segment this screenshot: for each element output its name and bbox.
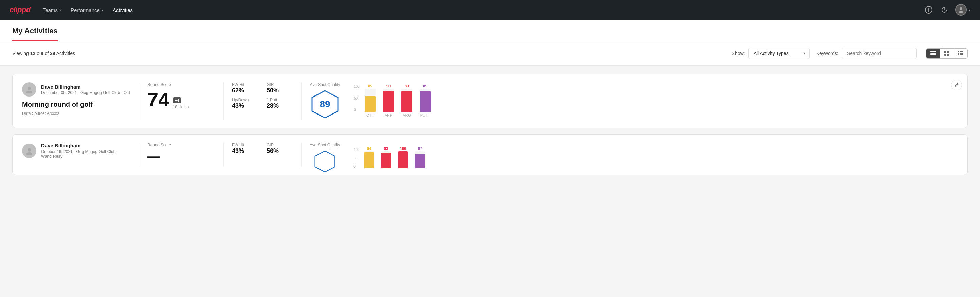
holes-text: 18 Holes (173, 105, 189, 109)
card-divider (139, 82, 139, 120)
gir-label: GIR (267, 143, 293, 147)
bar-wrapper-putt (420, 89, 431, 112)
score-badge: +4 (173, 97, 181, 103)
bar-value-ott: 85 (368, 84, 372, 88)
list-detailed-view-button[interactable] (954, 49, 967, 59)
bar-wrapper-app (381, 151, 391, 168)
navbar-right: ▾ (924, 4, 970, 16)
activity-type-select[interactable]: All Activity Types (748, 48, 810, 59)
nav-performance[interactable]: Performance ▾ (71, 5, 103, 16)
keywords-label: Keywords: (816, 51, 838, 56)
page-header: My Activities (0, 20, 980, 42)
search-input[interactable] (842, 48, 916, 59)
viewing-count: 12 (30, 51, 36, 56)
user-row: Dave Billingham December 05, 2021 - Gog … (22, 82, 131, 96)
svg-rect-16 (958, 54, 959, 55)
logo: clippd (10, 5, 30, 14)
refresh-icon[interactable] (940, 5, 949, 14)
bar-value-ott: 94 (367, 147, 371, 150)
add-icon[interactable] (924, 5, 934, 14)
avatar (22, 144, 37, 158)
bar-fill-app (381, 153, 391, 169)
svg-point-18 (27, 87, 31, 90)
stats-grid: FW Hit 62% GIR 50% Up/Down 43% 1 Putt 28… (232, 82, 293, 109)
fw-hit-stat: FW Hit 43% (232, 143, 258, 155)
hexagon-shape (313, 150, 337, 173)
nav-teams[interactable]: Teams ▾ (43, 5, 61, 16)
nav-activities-label: Activities (113, 7, 133, 13)
show-filter: Show: All Activity Types (732, 48, 810, 59)
user-date: December 05, 2021 - Gog Magog Golf Club … (41, 90, 130, 95)
page-title: My Activities (12, 27, 58, 41)
card-divider (139, 143, 139, 166)
x-axis: OTT APP ARG PUTT (354, 113, 958, 117)
round-score-value: 74 (147, 90, 169, 109)
user-avatar-nav[interactable]: ▾ (955, 4, 970, 16)
oneputt-stat: 1 Putt 28% (267, 97, 293, 109)
fw-hit-value: 43% (232, 147, 258, 155)
data-source: Data Source: Arccos (22, 111, 131, 116)
bar-ott: 94 (364, 147, 374, 168)
y-axis: 100 50 0 (354, 85, 360, 112)
user-info: Dave Billingham October 16, 2021 - Gog M… (41, 143, 131, 159)
svg-rect-11 (947, 54, 949, 56)
gir-stat: GIR 56% (267, 143, 293, 155)
bar-value-app: 93 (384, 147, 388, 150)
svg-rect-13 (959, 51, 963, 52)
svg-rect-10 (944, 54, 947, 56)
user-date: October 16, 2021 - Gog Magog Golf Club -… (41, 149, 131, 159)
nav-activities[interactable]: Activities (113, 5, 133, 16)
stats-section: FW Hit 43% GIR 56% (232, 143, 293, 155)
stats-grid: FW Hit 43% GIR 56% (232, 143, 293, 155)
card-divider (223, 82, 224, 120)
quality-score: 89 (320, 99, 330, 110)
y-label-100: 100 (354, 85, 360, 88)
viewing-info: Viewing 12 out of 29 Activities (12, 51, 725, 56)
user-info: Dave Billingham December 05, 2021 - Gog … (41, 84, 130, 95)
bar-fill-putt (415, 153, 425, 169)
avatar (955, 4, 967, 16)
svg-point-23 (26, 152, 32, 155)
svg-point-3 (959, 8, 963, 10)
card-left: Dave Billingham December 05, 2021 - Gog … (22, 82, 131, 116)
updown-label: Up/Down (232, 97, 258, 102)
svg-rect-7 (931, 54, 936, 55)
bar-fill-ott (364, 152, 374, 168)
oneputt-value: 28% (267, 102, 293, 109)
bar-fill-ott (365, 96, 375, 112)
bar-wrapper-ott (364, 151, 374, 168)
bar-value-arg: 89 (405, 84, 409, 88)
grid-view-button[interactable] (940, 49, 954, 59)
x-label-arg: ARG (401, 113, 412, 117)
avatar (22, 82, 37, 96)
nav-teams-label: Teams (43, 7, 58, 13)
quality-label: Avg Shot Quality (310, 143, 340, 147)
fw-hit-label: FW Hit (232, 143, 258, 147)
y-label-50: 50 (354, 96, 360, 100)
edit-button[interactable] (951, 80, 962, 90)
oneputt-label: 1 Putt (267, 97, 293, 102)
quality-section: Avg Shot Quality 100 50 0 94 (310, 143, 958, 173)
fw-hit-value: 62% (232, 87, 258, 94)
activity-card: Dave Billingham October 16, 2021 - Gog M… (12, 134, 968, 175)
round-score-row: — (147, 150, 215, 163)
activity-card: Dave Billingham December 05, 2021 - Gog … (12, 74, 968, 128)
chevron-down-icon: ▾ (969, 8, 970, 12)
nav-links: Teams ▾ Performance ▾ Activities (43, 5, 133, 16)
bar-fill-app (383, 91, 394, 112)
card-divider (223, 143, 224, 166)
quality-hexagon (313, 150, 337, 173)
keyword-filter: Keywords: (816, 48, 916, 59)
list-compact-view-button[interactable] (926, 49, 940, 59)
chart-area: 100 50 0 94 93 (353, 148, 958, 168)
score-section: Round Score — (147, 143, 215, 163)
bar-app: 93 (381, 147, 391, 168)
x-label-putt: PUTT (420, 113, 431, 117)
user-name: Dave Billingham (41, 84, 130, 90)
gir-value: 50% (267, 87, 293, 94)
bar-putt: 87 (415, 147, 425, 168)
chevron-down-icon: ▾ (102, 8, 103, 12)
bar-value-putt: 87 (418, 147, 422, 150)
svg-rect-5 (931, 51, 936, 52)
svg-rect-8 (944, 51, 947, 53)
